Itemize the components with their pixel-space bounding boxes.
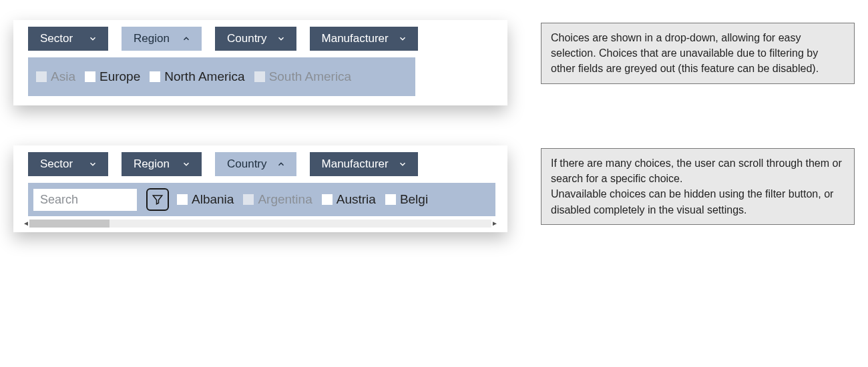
filter-label: Region (134, 32, 170, 45)
checkbox-icon[interactable] (36, 71, 47, 82)
filter-sector[interactable]: Sector (28, 27, 108, 51)
caption-1: Choices are shown in a drop-down, allowi… (541, 23, 855, 84)
filter-panel-1: Sector Region Country Manufacturer (13, 20, 507, 105)
checkbox-icon[interactable] (322, 194, 333, 205)
choice-label: Asia (51, 69, 75, 84)
choice-albania[interactable]: Albania (177, 192, 240, 207)
search-input[interactable] (33, 189, 137, 211)
choice-label: North America (164, 69, 244, 84)
choices-dropdown-country: Albania Argentina Austria Belgi (28, 183, 495, 216)
chevron-up-icon (182, 34, 191, 43)
choice-belgium-truncated[interactable]: Belgi (385, 192, 435, 207)
chevron-down-icon (398, 34, 407, 43)
filter-label: Manufacturer (322, 157, 389, 171)
filter-label: Sector (40, 32, 73, 45)
filter-label: Manufacturer (322, 32, 389, 45)
scroll-left-icon[interactable]: ◄ (23, 220, 29, 227)
choice-label: South America (269, 69, 352, 84)
chevron-down-icon (88, 34, 97, 43)
choice-austria[interactable]: Austria (322, 192, 383, 207)
filter-manufacturer[interactable]: Manufacturer (310, 152, 418, 176)
scroll-track[interactable] (29, 220, 491, 228)
example-row-1: Sector Region Country Manufacturer (13, 20, 855, 105)
horizontal-scrollbar[interactable]: ◄ ► (23, 219, 498, 228)
choice-europe[interactable]: Europe (85, 69, 147, 84)
scroll-right-icon[interactable]: ► (491, 220, 498, 227)
filter-label: Country (227, 157, 267, 171)
chevron-down-icon (88, 159, 97, 169)
choice-north-america[interactable]: North America (150, 69, 251, 84)
funnel-icon (152, 194, 164, 206)
filter-label: Country (227, 32, 267, 45)
chevron-down-icon (276, 34, 286, 43)
checkbox-icon[interactable] (254, 71, 265, 82)
choice-label: Argentina (258, 192, 312, 207)
scroll-thumb[interactable] (29, 220, 110, 228)
checkbox-icon[interactable] (150, 71, 160, 82)
choice-asia[interactable]: Asia (36, 69, 82, 84)
example-row-2: Sector Region Country Manufacturer (13, 145, 855, 232)
choice-label: Europe (99, 69, 140, 84)
filter-label: Region (134, 157, 170, 171)
filter-panel-2: Sector Region Country Manufacturer (13, 145, 507, 232)
checkbox-icon[interactable] (177, 194, 188, 205)
filter-country[interactable]: Country (215, 27, 296, 51)
filter-bar: Sector Region Country Manufacturer (19, 151, 502, 183)
chevron-down-icon (182, 159, 191, 169)
caption-2: If there are many choices, the user can … (541, 148, 855, 225)
filter-button[interactable] (146, 188, 169, 211)
chevron-up-icon (276, 159, 286, 169)
checkbox-icon[interactable] (243, 194, 254, 205)
filter-manufacturer[interactable]: Manufacturer (310, 27, 418, 51)
choices-dropdown-region: Asia Europe North America South America (28, 57, 415, 96)
choice-label: Belgi (400, 192, 428, 207)
checkbox-icon[interactable] (85, 71, 95, 82)
checkbox-icon[interactable] (385, 194, 396, 205)
filter-country[interactable]: Country (215, 152, 296, 176)
choice-label: Albania (192, 192, 234, 207)
filter-bar: Sector Region Country Manufacturer (19, 25, 502, 57)
filter-region[interactable]: Region (122, 27, 202, 51)
filter-region[interactable]: Region (122, 152, 202, 176)
choice-argentina[interactable]: Argentina (243, 192, 318, 207)
chevron-down-icon (398, 159, 407, 169)
choice-south-america[interactable]: South America (254, 69, 359, 84)
filter-sector[interactable]: Sector (28, 152, 108, 176)
choice-label: Austria (337, 192, 376, 207)
filter-label: Sector (40, 157, 73, 171)
